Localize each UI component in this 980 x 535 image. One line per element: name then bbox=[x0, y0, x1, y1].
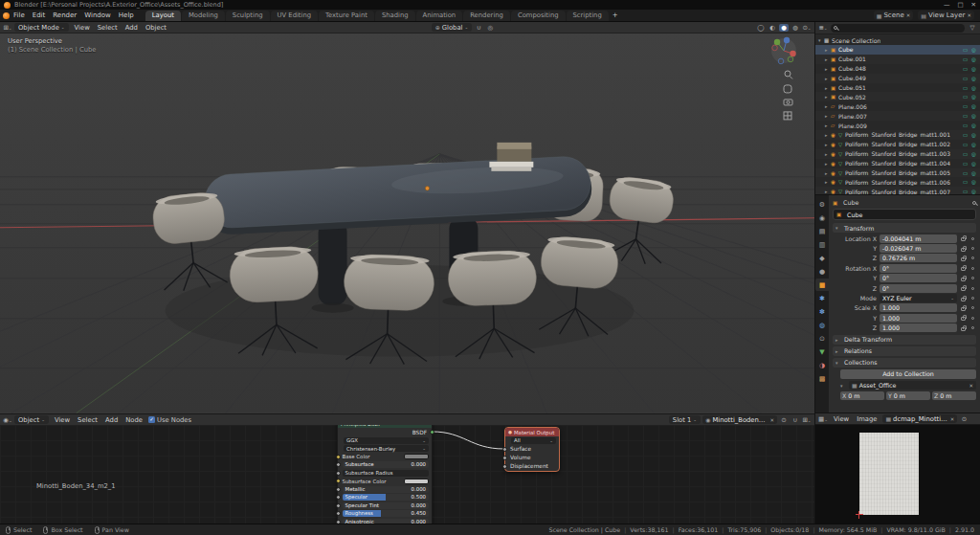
outliner-item[interactable]: ▸▣Cube.001▭◎ bbox=[815, 55, 980, 64]
add-workspace-button[interactable]: + bbox=[609, 11, 622, 19]
viewport-visibility-icon[interactable]: ▭ bbox=[961, 76, 969, 81]
properties-tab-material[interactable]: ◑ bbox=[815, 359, 829, 371]
lock-icon[interactable] bbox=[960, 325, 967, 331]
viewport-visibility-icon[interactable]: ▭ bbox=[961, 113, 969, 119]
properties-tab-scene[interactable]: ◆ bbox=[815, 252, 829, 264]
properties-tab-constraints[interactable]: ⊙ bbox=[815, 332, 829, 345]
input-socket[interactable] bbox=[336, 511, 341, 516]
viewport-visibility-icon[interactable]: ▭ bbox=[961, 123, 969, 128]
maximize-button[interactable]: □ bbox=[957, 1, 963, 9]
node-row-specular[interactable]: Specular0.500 bbox=[338, 494, 432, 502]
material-unlink-icon[interactable]: ✕ bbox=[769, 417, 774, 423]
animate-dot-icon[interactable] bbox=[969, 326, 976, 329]
viewport-visibility-icon[interactable]: ▭ bbox=[961, 161, 969, 167]
properties-tab-object-data[interactable]: ▼ bbox=[815, 346, 829, 358]
blender-menu-icon[interactable] bbox=[3, 12, 10, 19]
offset-field-x[interactable]: X0 m bbox=[840, 391, 884, 400]
outliner-item[interactable]: ▸◉▽Poliform_Stanford_Bridge_matt1.004▭◎ bbox=[815, 159, 980, 168]
property-value-mode[interactable]: XYZ Euler⌄ bbox=[880, 294, 957, 302]
viewport-visibility-icon[interactable]: ▭ bbox=[961, 142, 969, 147]
shader-type-select[interactable]: Object⌄ bbox=[14, 415, 49, 424]
transform-orientation[interactable]: ⊕Global⌄ bbox=[432, 23, 473, 32]
workspace-tab-animation[interactable]: Animation bbox=[416, 11, 463, 21]
animate-dot-icon[interactable] bbox=[969, 287, 976, 290]
render-visibility-icon[interactable]: ◎ bbox=[969, 151, 978, 157]
output-target-dropdown[interactable]: All ⌄ bbox=[511, 437, 556, 444]
mode-select[interactable]: Object Mode⌄ bbox=[14, 23, 69, 32]
shading-solid-icon[interactable]: ◐ bbox=[768, 24, 777, 32]
output-input-displacement[interactable]: Displacement bbox=[505, 462, 559, 471]
render-visibility-icon[interactable]: ◎ bbox=[969, 123, 978, 128]
offset-field-y[interactable]: Y0 m bbox=[886, 391, 930, 400]
outliner-item[interactable]: ▸◉▽Poliform_Stanford_Bridge_matt1.005▭◎ bbox=[815, 168, 980, 178]
collapse-icon[interactable]: ▾ bbox=[840, 383, 846, 389]
image-unlink-icon[interactable]: ✕ bbox=[950, 416, 955, 422]
properties-search-icon[interactable] bbox=[972, 201, 976, 205]
render-visibility-icon[interactable]: ◎ bbox=[969, 189, 978, 194]
viewport-menu-select[interactable]: Select bbox=[94, 24, 122, 32]
outliner-item[interactable]: ▸▣Cube.051▭◎ bbox=[815, 83, 980, 93]
pin-icon[interactable]: ⊙ bbox=[779, 416, 789, 424]
render-visibility-icon[interactable]: ◎ bbox=[969, 170, 978, 176]
viewport-visibility-icon[interactable]: ▭ bbox=[961, 47, 969, 53]
color-input-socket[interactable] bbox=[336, 455, 341, 459]
properties-tab-render[interactable]: ◉ bbox=[815, 212, 829, 224]
property-value-scale-x[interactable]: 1.000 bbox=[880, 303, 957, 312]
input-socket[interactable] bbox=[502, 464, 507, 469]
shader-node-canvas[interactable]: Minotti_Boden_34_m2_1 Principled BSDF BS… bbox=[0, 425, 814, 524]
properties-tab-modifiers[interactable]: ✱ bbox=[815, 292, 829, 304]
shader-menu-view[interactable]: View bbox=[51, 416, 74, 424]
property-value-y[interactable]: 1.000 bbox=[880, 314, 957, 323]
color-swatch[interactable] bbox=[404, 479, 429, 484]
lock-icon[interactable] bbox=[960, 265, 967, 271]
delta-transform-section-header[interactable]: ▸ Delta Transform bbox=[833, 335, 976, 345]
remove-collection-icon[interactable]: ✕ bbox=[969, 383, 973, 389]
image-canvas[interactable] bbox=[815, 425, 980, 524]
property-value-y[interactable]: -0.026047 m bbox=[880, 244, 957, 253]
editor-type-icon[interactable]: ⊞⌄ bbox=[3, 24, 12, 32]
menu-render[interactable]: Render bbox=[49, 11, 80, 19]
minimize-button[interactable]: — bbox=[944, 1, 950, 9]
render-visibility-icon[interactable]: ◎ bbox=[969, 103, 978, 109]
scene-selector[interactable]: ▦ Scene ✕ bbox=[874, 11, 914, 20]
lock-icon[interactable] bbox=[960, 315, 967, 321]
viewport-visibility-icon[interactable]: ▭ bbox=[961, 151, 969, 157]
node-row-metallic[interactable]: Metallic0.000 bbox=[338, 485, 432, 494]
3d-viewport[interactable]: User Perspective (1) Scene Collection | … bbox=[0, 33, 814, 413]
add-to-collection-button[interactable]: Add to Collection bbox=[840, 369, 976, 379]
properties-tab-output[interactable]: ▤ bbox=[815, 225, 829, 237]
gizmo-x-axis[interactable] bbox=[790, 51, 795, 56]
outliner-item[interactable]: ▸▱Plane.006▭◎ bbox=[815, 101, 980, 111]
properties-tab-world[interactable]: ● bbox=[815, 265, 829, 278]
workspace-tab-scripting[interactable]: Scripting bbox=[567, 11, 609, 21]
properties-tab-object[interactable]: ■ bbox=[815, 279, 829, 291]
animate-dot-icon[interactable] bbox=[969, 256, 976, 259]
node-row-base-color[interactable]: Base Color bbox=[338, 453, 432, 461]
viewport-visibility-icon[interactable]: ▭ bbox=[961, 179, 969, 185]
outliner-item[interactable]: ▸▣Cube.052▭◎ bbox=[815, 92, 980, 101]
properties-tab-physics[interactable]: ◍ bbox=[815, 319, 829, 331]
render-visibility-icon[interactable]: ◎ bbox=[969, 179, 978, 185]
gizmo-z-axis[interactable] bbox=[784, 37, 790, 43]
outliner-item[interactable]: ▸◉▽Poliform_Stanford_Bridge_matt1.002▭◎ bbox=[815, 140, 980, 149]
node-dropdown[interactable]: GGX⌄ bbox=[344, 437, 429, 444]
principled-bsdf-node[interactable]: Principled BSDF BSDF GGX⌄Christensen-Bur… bbox=[337, 425, 433, 524]
lock-icon[interactable] bbox=[960, 305, 967, 311]
property-value-z[interactable]: 0° bbox=[880, 284, 957, 293]
outliner-root-row[interactable]: ▾ ▦ Scene Collection bbox=[815, 35, 980, 45]
collection-name-field[interactable]: ▦ Asset_Office ✕ bbox=[849, 381, 976, 390]
properties-tab-view-layer[interactable]: ▥ bbox=[815, 238, 829, 251]
output-input-surface[interactable]: Surface bbox=[505, 445, 559, 454]
menu-window[interactable]: Window bbox=[80, 11, 115, 19]
node-slider[interactable]: Metallic0.000 bbox=[343, 486, 430, 493]
view-layer-unlink-icon[interactable]: ✕ bbox=[967, 12, 971, 18]
shading-rendered-icon[interactable]: ◍ bbox=[791, 24, 800, 32]
outliner-item[interactable]: ▸▱Plane.009▭◎ bbox=[815, 121, 980, 130]
outliner-item[interactable]: ▸▣Cube.049▭◎ bbox=[815, 74, 980, 83]
render-visibility-icon[interactable]: ◎ bbox=[969, 113, 978, 119]
animate-dot-icon[interactable] bbox=[969, 277, 976, 279]
node-row-subsurface-radius[interactable]: Subsurface Radius bbox=[338, 469, 432, 478]
output-input-volume[interactable]: Volume bbox=[505, 454, 559, 462]
animate-dot-icon[interactable] bbox=[969, 297, 976, 300]
viewport-visibility-icon[interactable]: ▭ bbox=[961, 132, 969, 138]
